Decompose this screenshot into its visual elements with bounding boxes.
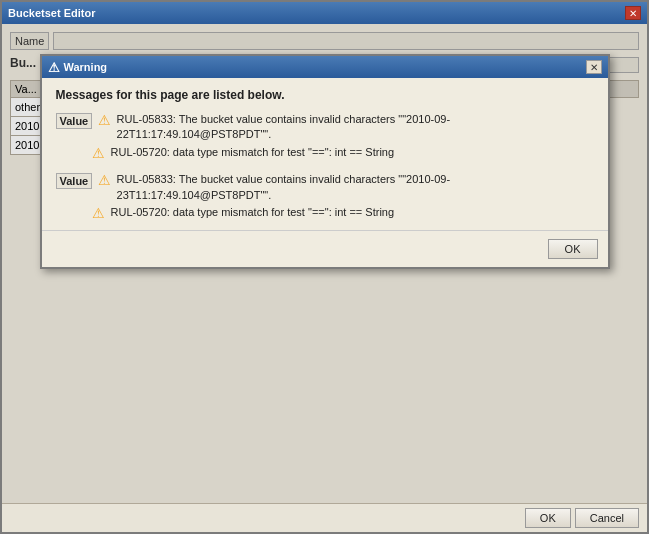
warning-body: Messages for this page are listed below.… bbox=[42, 78, 608, 230]
warning-group-2: Value ⚠ RUL-05833: The bucket value cont… bbox=[56, 172, 594, 220]
warning-header-text: Messages for this page are listed below. bbox=[56, 88, 594, 102]
warning-messages: Value ⚠ RUL-05833: The bucket value cont… bbox=[56, 112, 594, 220]
warning-footer: OK bbox=[42, 230, 608, 267]
value-label-1: Value bbox=[56, 113, 92, 129]
window-title: Bucketset Editor bbox=[8, 7, 95, 19]
window-content: Name Bu... Va... bbox=[2, 24, 647, 503]
bottom-bar: OK Cancel bbox=[2, 503, 647, 532]
value-label-2: Value bbox=[56, 173, 92, 189]
warning-close-button[interactable]: ✕ bbox=[586, 60, 602, 74]
main-window: Bucketset Editor ✕ Name Bu... Va... bbox=[0, 0, 649, 534]
warning-group-1-row-2: ⚠ RUL-05720: data type mismatch for test… bbox=[92, 145, 594, 160]
warning-group-2-row-1: Value ⚠ RUL-05833: The bucket value cont… bbox=[56, 172, 594, 203]
warning-dialog: ⚠ Warning ✕ Messages for this page are l… bbox=[40, 54, 610, 269]
warning-title-text: ⚠ Warning bbox=[48, 60, 108, 75]
warning-title-bar: ⚠ Warning ✕ bbox=[42, 56, 608, 78]
warning-group-2-row-2: ⚠ RUL-05720: data type mismatch for test… bbox=[92, 205, 594, 220]
cancel-button[interactable]: Cancel bbox=[575, 508, 639, 528]
title-bar: Bucketset Editor ✕ bbox=[2, 2, 647, 24]
modal-overlay: ⚠ Warning ✕ Messages for this page are l… bbox=[2, 24, 647, 503]
warning-group-1-row-1: Value ⚠ RUL-05833: The bucket value cont… bbox=[56, 112, 594, 143]
warning-message-2-2: RUL-05720: data type mismatch for test "… bbox=[111, 205, 395, 220]
warning-group-1: Value ⚠ RUL-05833: The bucket value cont… bbox=[56, 112, 594, 160]
window-close-button[interactable]: ✕ bbox=[625, 6, 641, 20]
warning-ok-button[interactable]: OK bbox=[548, 239, 598, 259]
warning-message-1-2: RUL-05720: data type mismatch for test "… bbox=[111, 145, 395, 160]
warning-triangle-icon-3: ⚠ bbox=[98, 173, 111, 187]
warning-triangle-icon-1: ⚠ bbox=[98, 113, 111, 127]
warning-message-2-1: RUL-05833: The bucket value contains inv… bbox=[117, 172, 594, 203]
warning-triangle-icon-4: ⚠ bbox=[92, 206, 105, 220]
warning-triangle-icon-2: ⚠ bbox=[92, 146, 105, 160]
warning-message-1-1: RUL-05833: The bucket value contains inv… bbox=[117, 112, 594, 143]
warning-title-label: Warning bbox=[64, 61, 108, 73]
warning-icon-title: ⚠ bbox=[48, 60, 60, 75]
ok-button[interactable]: OK bbox=[525, 508, 571, 528]
